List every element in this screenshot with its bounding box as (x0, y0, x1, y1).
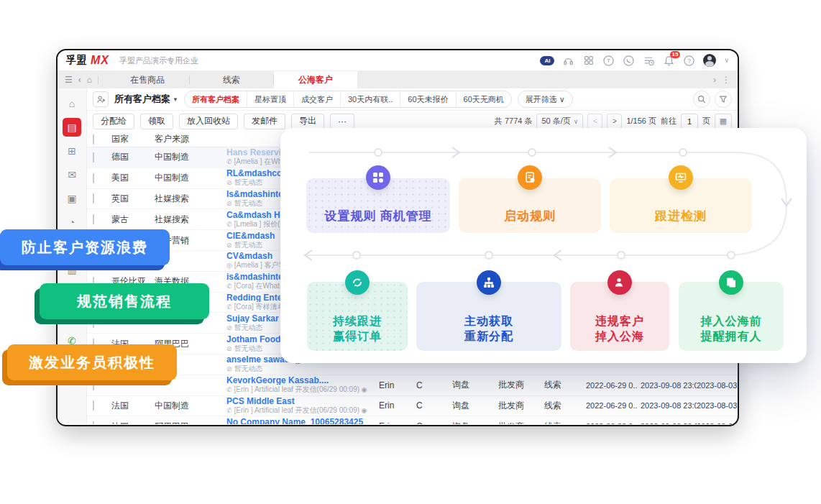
eye-icon[interactable]: ◉ (359, 386, 367, 393)
row-checkbox[interactable] (93, 380, 94, 390)
expand-filter-button[interactable]: 展开筛选 ∨ (518, 91, 573, 108)
cell-date-created: 2022-06-29 0.. (586, 381, 641, 390)
status-none-icon: ⊘ (226, 365, 232, 372)
flow-step-follow-check[interactable]: 跟进检测 (610, 178, 752, 233)
select-all-checkbox[interactable] (93, 134, 94, 145)
home-icon[interactable]: ⌂ (63, 94, 81, 113)
company-link[interactable]: No Company Name_10065283425 (226, 418, 379, 424)
tab-1[interactable]: 在售商品 (106, 71, 189, 88)
cell-date-created: 2022-06-29 0.. (586, 422, 641, 424)
flow-step-violation-drop[interactable]: ! 违规客户掉入公海 (570, 282, 669, 351)
cell-source: 中国制造 (155, 151, 226, 163)
cell-country: 法国 (111, 400, 155, 412)
table-row[interactable]: 法国中国制造PCS Middle East✆[Erin ] Artificial… (87, 396, 738, 417)
home-tab-icon[interactable]: ⌂ (87, 75, 92, 85)
cell-country: 美国 (111, 172, 155, 184)
view-selector[interactable]: 所有客户档案▼ (114, 93, 178, 106)
filter-pill-3[interactable]: 成交客户 (294, 91, 341, 107)
cell-lead: 线索 (544, 400, 586, 412)
docs-remind-icon (719, 270, 743, 295)
cell-inquiry: 询盘 (452, 421, 498, 424)
headset-icon[interactable] (562, 55, 574, 67)
filter-funnel-icon[interactable] (715, 91, 732, 108)
toolbar-button-6[interactable]: ··· (330, 114, 354, 129)
cell-source: 阿里巴巴 (155, 421, 226, 424)
window-top-bar: 孚盟 MX 孚盟产品演示专用企业 AI T (58, 50, 738, 71)
row-checkbox[interactable] (93, 400, 94, 411)
cell-owner: Erin (379, 380, 416, 390)
status-import-icon: ◎ (226, 262, 232, 269)
help-icon[interactable]: ? (683, 55, 695, 67)
flow-step-remind-owner[interactable]: 掉入公海前提醒拥有人 (679, 282, 784, 351)
brand-name: 孚盟 (66, 54, 86, 67)
cell-date-updated: 2023-08-03 15:43 (697, 422, 738, 424)
tab-more-icon[interactable]: ⋮ (722, 75, 730, 85)
collapse-menu-icon[interactable]: ☰ (65, 75, 73, 85)
search-icon[interactable] (693, 91, 710, 108)
goto-page-input[interactable]: 1 (681, 114, 698, 129)
row-checkbox[interactable] (93, 152, 94, 162)
row-checkbox[interactable] (93, 318, 94, 328)
page-size-select[interactable]: 50 条/页∨ (536, 114, 583, 129)
next-page-button[interactable]: > (607, 114, 622, 129)
toolbar-button-5[interactable]: 导出 (291, 114, 324, 129)
filter-pill-2[interactable]: 星标置顶 (247, 91, 294, 107)
goto-label: 前往 (661, 116, 676, 127)
flow-step-start-rules[interactable]: 启动规则 (459, 178, 601, 233)
whatsapp-icon[interactable] (623, 55, 635, 67)
customers-icon[interactable]: ▤ (63, 118, 81, 137)
prev-page-button[interactable]: < (587, 114, 602, 129)
flow-step-set-rules[interactable]: 设置规则 商机管理 (306, 178, 450, 233)
filter-pill-4[interactable]: 30天内有联.. (341, 91, 400, 107)
row-checkbox[interactable] (93, 214, 94, 224)
org-structure-icon[interactable]: ⊞ (63, 142, 81, 160)
flow-step-keep-following[interactable]: 持续跟进赢得订单 (307, 282, 408, 351)
goto-unit: 页 (702, 116, 710, 127)
products-icon[interactable]: ▣ (63, 189, 81, 208)
toolbar-button-3[interactable]: 放入回收站 (179, 114, 238, 129)
cell-grade: C (416, 400, 452, 411)
tab-2[interactable]: 线索 (190, 71, 273, 88)
total-count: 共 7774 条 (495, 116, 533, 127)
cell-source: 中国制造 (155, 400, 226, 412)
column-settings-icon[interactable]: ▦ (715, 114, 732, 129)
row-checkbox[interactable] (93, 193, 94, 203)
filter-pill-5[interactable]: 60天未报价 (400, 91, 456, 107)
user-avatar[interactable] (703, 54, 716, 67)
toolbar-button-1[interactable]: 分配给 (93, 114, 134, 129)
apps-grid-icon[interactable] (582, 55, 595, 67)
table-row[interactable]: KevorkGeorge Kassab....✆[Erin ] Artifici… (87, 375, 738, 396)
translate-icon[interactable]: T (602, 55, 615, 67)
filter-pill-1[interactable]: 所有客户档案 (185, 91, 247, 107)
svg-text:!: ! (623, 281, 624, 286)
back-icon[interactable]: ‹ (78, 75, 81, 85)
flow-step-reassign[interactable]: 主动获取重新分配 (416, 282, 561, 351)
notifications-icon[interactable]: 15 (663, 55, 675, 67)
chevron-down-icon[interactable]: ∨ (724, 57, 729, 64)
tab-scroll-next-icon[interactable]: › (713, 75, 716, 85)
ai-assistant-icon[interactable]: AI (540, 56, 554, 65)
table-row[interactable]: 法国阿里巴巴No Company Name_10065283425✆[Erin … (87, 416, 738, 424)
pagination: 共 7774 条 50 条/页∨ < > 1/156 页 前往 1 页 ▦ (495, 114, 732, 129)
row-checkbox[interactable] (93, 421, 94, 424)
eye-icon[interactable]: ◉ (359, 407, 367, 414)
company-link[interactable]: PCS Middle East (226, 397, 379, 406)
cell-inquiry: 询盘 (452, 400, 498, 412)
cell-grade: C (416, 421, 452, 424)
view-owner-filter-icon[interactable] (93, 91, 109, 107)
filter-pill-6[interactable]: 60天无商机 (457, 91, 511, 107)
toolbar-button-4[interactable]: 发邮件 (244, 114, 285, 129)
task-list-icon[interactable] (643, 55, 655, 67)
status-chat-icon: ✆ (226, 221, 232, 228)
cell-buyer-type: 批发商 (498, 421, 544, 424)
row-checkbox[interactable] (93, 173, 94, 183)
status-none-icon: ⊘ (226, 242, 232, 249)
header-country[interactable]: 国家 (111, 133, 155, 145)
header-source[interactable]: 客户来源 (155, 133, 226, 145)
toolbar-button-2[interactable]: 领取 (140, 114, 173, 129)
status-chat-icon: ✆ (226, 386, 232, 393)
mail-icon[interactable]: ✉ (63, 165, 81, 184)
tab-3[interactable]: 公海客户 (274, 71, 357, 88)
company-link[interactable]: KevorkGeorge Kassab.... (226, 376, 379, 385)
cell-date-drop: 2023-09-08 23:00 (641, 381, 697, 390)
